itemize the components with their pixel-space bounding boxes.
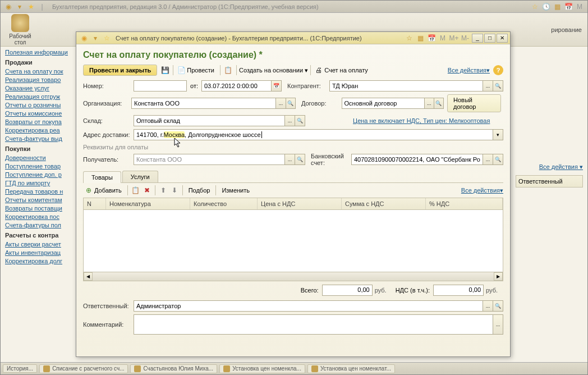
sidebar-item[interactable]: Корректировка реа xyxy=(5,127,82,134)
up-icon[interactable]: ⬆ xyxy=(159,186,168,195)
select-button[interactable]: ... xyxy=(483,154,493,165)
sidebar-item[interactable]: Реализация товаро xyxy=(5,76,82,83)
search-button[interactable]: 🔍 xyxy=(434,98,444,109)
post-icon[interactable]: 📄 xyxy=(177,66,186,75)
status-task[interactable]: Установка цен номенклат... xyxy=(307,364,395,373)
sidebar-item[interactable]: Акты сверки расчет xyxy=(5,241,82,248)
status-task[interactable]: Счастьянова Юлия Миха... xyxy=(130,364,217,373)
tab-services[interactable]: Услуги xyxy=(122,171,158,182)
sidebar-item[interactable]: ГТД по импорту xyxy=(5,180,82,186)
sidebar-info-link[interactable]: Полезная информаци xyxy=(5,49,82,56)
tool-icon[interactable]: M xyxy=(438,34,447,43)
tool-icon[interactable]: 📅 xyxy=(427,34,436,43)
history-button[interactable]: История... xyxy=(3,364,37,373)
sidebar-item[interactable]: Поступление доп. р xyxy=(5,171,82,178)
edit-button[interactable]: Изменить xyxy=(222,187,250,194)
sidebar-item[interactable]: Корректировка долг xyxy=(5,258,82,264)
responsible-input[interactable] xyxy=(134,300,483,312)
sidebar-item[interactable]: Возвраты от покупа xyxy=(5,118,82,125)
fav-icon[interactable]: ☆ xyxy=(530,2,539,11)
down-icon[interactable]: ⬇ xyxy=(170,186,179,195)
add-button[interactable]: Добавить xyxy=(94,187,122,194)
delete-icon[interactable]: ✖ xyxy=(143,186,151,195)
create-based-button[interactable]: Создать на основании ▾ xyxy=(239,67,308,74)
sidebar-item[interactable]: Счета-фактуры выд xyxy=(5,135,82,142)
maximize-button[interactable]: □ xyxy=(484,34,495,43)
sidebar-item[interactable]: Отчеты комиссионе xyxy=(5,110,82,117)
star-icon[interactable]: ★ xyxy=(26,2,35,11)
bank-input[interactable] xyxy=(351,154,483,165)
search-button[interactable]: 🔍 xyxy=(295,115,305,126)
search-button[interactable]: 🔍 xyxy=(493,154,503,165)
search-button[interactable]: 🔍 xyxy=(286,98,296,109)
dropdown-icon[interactable]: ▾ xyxy=(15,2,24,11)
recipient-input[interactable] xyxy=(134,154,285,165)
star-icon[interactable]: ☆ xyxy=(102,34,111,43)
sidebar-item[interactable]: Акты инвентаризац xyxy=(5,249,82,256)
scroll-right[interactable]: ▶ xyxy=(494,272,503,281)
desktop-button[interactable]: Рабочий стол xyxy=(6,14,34,45)
scroll-left[interactable]: ◀ xyxy=(84,272,93,281)
all-actions-link[interactable]: Все действия ▾ xyxy=(461,187,503,194)
sidebar-item[interactable]: Оказание услуг xyxy=(5,85,82,92)
date-input[interactable] xyxy=(201,80,272,92)
save-icon[interactable]: 💾 xyxy=(160,66,169,75)
select-button[interactable]: ... xyxy=(425,98,434,109)
select-button[interactable]: ... xyxy=(483,300,493,312)
print-icon[interactable]: 🖨 xyxy=(314,66,323,75)
number-input[interactable] xyxy=(134,80,187,92)
delivery-input[interactable]: 141700, г. Москва, Долгопрудненское шосс… xyxy=(134,129,493,140)
tool-icon[interactable]: ▦ xyxy=(416,34,425,43)
org-input[interactable] xyxy=(131,98,276,109)
select-button[interactable]: ... xyxy=(276,98,286,109)
sidebar-item[interactable]: Отчеты комитентам xyxy=(5,196,82,203)
col-price[interactable]: Цена с НДС xyxy=(258,198,342,209)
select-button[interactable]: ... xyxy=(493,314,503,335)
tool-icon[interactable]: ☆ xyxy=(405,34,414,43)
clock-icon[interactable]: 🕓 xyxy=(541,2,550,11)
sidebar-item[interactable]: Поступление товар xyxy=(5,163,82,170)
tool-icon[interactable]: M+ xyxy=(449,34,458,43)
col-nomenclature[interactable]: Номенклатура xyxy=(106,198,190,209)
col-n[interactable]: N xyxy=(84,198,106,209)
search-button[interactable]: 🔍 xyxy=(295,154,305,165)
dropdown-icon[interactable]: ▾ xyxy=(91,34,100,43)
copy-icon[interactable]: 📋 xyxy=(131,186,140,195)
status-task[interactable]: Установка цен номенкла... xyxy=(219,364,305,373)
invoice-print-button[interactable]: Счет на оплату xyxy=(324,67,368,74)
post-and-close-button[interactable]: Провести и закрыть xyxy=(83,65,157,76)
search-button[interactable]: 🔍 xyxy=(493,300,503,312)
col-sum[interactable]: Сумма с НДС xyxy=(342,198,426,209)
sidebar-item[interactable]: Реализация отгруж xyxy=(5,93,82,100)
col-qty[interactable]: Количество xyxy=(190,198,258,209)
sidebar-item[interactable]: Отчеты о розничны xyxy=(5,102,82,108)
warehouse-input[interactable] xyxy=(134,115,285,126)
contract-input[interactable] xyxy=(342,98,425,109)
select-button[interactable]: Подбор xyxy=(189,187,210,194)
tab-goods[interactable]: Товары xyxy=(83,171,121,183)
close-button[interactable]: ✕ xyxy=(497,34,508,43)
dropdown-button[interactable]: ▾ xyxy=(493,129,503,140)
sidebar-item[interactable]: Счета на оплату пок xyxy=(5,68,82,75)
calendar-icon[interactable]: 📅 xyxy=(564,2,573,11)
select-button[interactable]: ... xyxy=(285,154,295,165)
calc-icon[interactable]: ▦ xyxy=(553,2,562,11)
sidebar-item[interactable]: Передача товаров н xyxy=(5,188,82,195)
price-note-link[interactable]: Цена не включает НДС, Тип цен: Мелкоопто… xyxy=(353,117,490,124)
sidebar-item[interactable]: Счета-фактуры пол xyxy=(5,222,82,228)
sidebar-item[interactable]: Возвраты поставщи xyxy=(5,205,82,212)
help-icon[interactable]: ? xyxy=(493,65,503,75)
select-button[interactable]: ... xyxy=(483,80,493,92)
comment-input[interactable] xyxy=(134,314,493,335)
search-button[interactable]: 🔍 xyxy=(493,80,503,92)
counterparty-input[interactable] xyxy=(329,80,483,92)
new-contract-button[interactable]: Новый договор xyxy=(447,94,501,112)
grid-body[interactable] xyxy=(84,210,503,272)
sidebar-item[interactable]: Доверенности xyxy=(5,154,82,161)
add-icon[interactable]: ⊕ xyxy=(84,186,93,195)
status-task[interactable]: Списание с расчетного сч... xyxy=(39,364,128,373)
doc-icon[interactable]: 📋 xyxy=(224,66,233,75)
minimize-button[interactable]: _ xyxy=(472,34,483,43)
all-actions-link[interactable]: Все действия ▾ xyxy=(516,163,583,171)
select-button[interactable]: ... xyxy=(285,115,295,126)
